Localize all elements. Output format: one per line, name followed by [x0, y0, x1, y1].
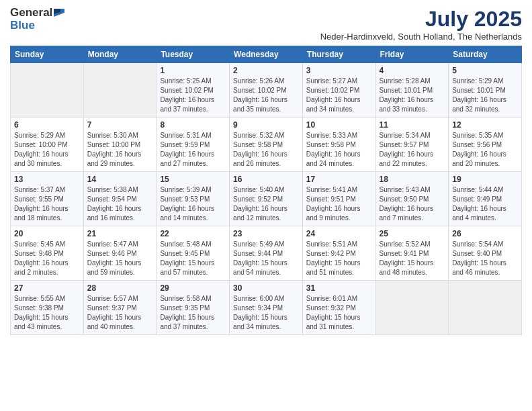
- daylight-text: Daylight: 15 hours and 34 minutes.: [233, 313, 299, 332]
- day-info: Sunrise: 5:29 AMSunset: 10:00 PMDaylight…: [14, 131, 80, 169]
- table-row: 27Sunrise: 5:55 AMSunset: 9:38 PMDayligh…: [11, 281, 84, 335]
- day-number: 21: [87, 229, 153, 238]
- table-row: 2Sunrise: 5:26 AMSunset: 10:02 PMDayligh…: [230, 63, 303, 118]
- table-row: 14Sunrise: 5:38 AMSunset: 9:54 PMDayligh…: [83, 172, 157, 226]
- daylight-text: Daylight: 15 hours and 51 minutes.: [306, 259, 372, 277]
- daylight-text: Daylight: 16 hours and 29 minutes.: [87, 150, 153, 169]
- table-row: 28Sunrise: 5:57 AMSunset: 9:37 PMDayligh…: [83, 281, 157, 335]
- table-row: 4Sunrise: 5:28 AMSunset: 10:01 PMDayligh…: [375, 63, 449, 118]
- table-row: 12Sunrise: 5:35 AMSunset: 9:56 PMDayligh…: [449, 118, 522, 172]
- daylight-text: Daylight: 16 hours and 2 minutes.: [14, 259, 80, 277]
- day-info: Sunrise: 5:57 AMSunset: 9:37 PMDaylight:…: [87, 294, 153, 332]
- sunset-text: Sunset: 9:44 PM: [233, 249, 299, 259]
- sunrise-text: Sunrise: 5:39 AM: [160, 185, 226, 195]
- month-year-title: July 2025: [320, 7, 522, 32]
- day-number: 29: [160, 283, 226, 293]
- calendar-week-1: 1Sunrise: 5:25 AMSunset: 10:02 PMDayligh…: [11, 63, 522, 118]
- daylight-text: Daylight: 15 hours and 59 minutes.: [87, 259, 153, 277]
- day-number: 12: [452, 120, 518, 130]
- day-info: Sunrise: 5:39 AMSunset: 9:53 PMDaylight:…: [160, 185, 226, 223]
- table-row: 10Sunrise: 5:33 AMSunset: 9:58 PMDayligh…: [302, 118, 375, 172]
- day-info: Sunrise: 5:31 AMSunset: 9:59 PMDaylight:…: [160, 131, 226, 169]
- daylight-text: Daylight: 16 hours and 32 minutes.: [452, 95, 518, 114]
- day-number: 11: [380, 120, 445, 130]
- sunrise-text: Sunrise: 5:31 AM: [160, 131, 226, 140]
- day-number: 13: [14, 175, 80, 184]
- table-row: 9Sunrise: 5:32 AMSunset: 9:58 PMDaylight…: [230, 118, 303, 172]
- sunset-text: Sunset: 9:58 PM: [306, 140, 372, 150]
- sunrise-text: Sunrise: 5:29 AM: [14, 131, 80, 140]
- sunrise-text: Sunrise: 5:49 AM: [233, 240, 299, 249]
- daylight-text: Daylight: 16 hours and 27 minutes.: [160, 150, 226, 169]
- table-row: 19Sunrise: 5:44 AMSunset: 9:49 PMDayligh…: [449, 172, 522, 226]
- day-info: Sunrise: 5:51 AMSunset: 9:42 PMDaylight:…: [306, 240, 372, 277]
- day-info: Sunrise: 5:29 AMSunset: 10:01 PMDaylight…: [452, 77, 518, 114]
- daylight-text: Daylight: 16 hours and 37 minutes.: [160, 95, 226, 114]
- day-number: 6: [14, 120, 80, 130]
- sunrise-text: Sunrise: 5:47 AM: [87, 240, 153, 249]
- sunrise-text: Sunrise: 5:35 AM: [452, 131, 518, 140]
- table-row: 21Sunrise: 5:47 AMSunset: 9:46 PMDayligh…: [83, 226, 157, 281]
- sunrise-text: Sunrise: 5:34 AM: [380, 131, 445, 140]
- sunset-text: Sunset: 9:53 PM: [160, 195, 226, 204]
- day-info: Sunrise: 5:49 AMSunset: 9:44 PMDaylight:…: [233, 240, 299, 277]
- logo-blue: Blue: [10, 19, 35, 32]
- sunset-text: Sunset: 9:46 PM: [87, 249, 153, 259]
- calendar-week-3: 13Sunrise: 5:37 AMSunset: 9:55 PMDayligh…: [11, 172, 522, 226]
- day-info: Sunrise: 5:32 AMSunset: 9:58 PMDaylight:…: [233, 131, 299, 169]
- daylight-text: Daylight: 16 hours and 26 minutes.: [233, 150, 299, 169]
- sunset-text: Sunset: 10:02 PM: [233, 86, 299, 95]
- sunset-text: Sunset: 10:00 PM: [87, 140, 153, 150]
- day-info: Sunrise: 5:55 AMSunset: 9:38 PMDaylight:…: [14, 294, 80, 332]
- sunrise-text: Sunrise: 5:41 AM: [306, 185, 372, 195]
- sunset-text: Sunset: 10:00 PM: [14, 140, 80, 150]
- sunset-text: Sunset: 9:58 PM: [233, 140, 299, 150]
- sunset-text: Sunset: 9:34 PM: [233, 304, 299, 313]
- day-info: Sunrise: 5:38 AMSunset: 9:54 PMDaylight:…: [87, 185, 153, 223]
- sunrise-text: Sunrise: 5:26 AM: [233, 77, 299, 86]
- day-info: Sunrise: 5:54 AMSunset: 9:40 PMDaylight:…: [452, 240, 518, 277]
- day-number: 8: [160, 120, 226, 130]
- day-info: Sunrise: 5:47 AMSunset: 9:46 PMDaylight:…: [87, 240, 153, 277]
- sunrise-text: Sunrise: 5:30 AM: [87, 131, 153, 140]
- table-row: 23Sunrise: 5:49 AMSunset: 9:44 PMDayligh…: [230, 226, 303, 281]
- table-row: 8Sunrise: 5:31 AMSunset: 9:59 PMDaylight…: [157, 118, 230, 172]
- sunset-text: Sunset: 10:01 PM: [380, 86, 445, 95]
- sunrise-text: Sunrise: 5:54 AM: [452, 240, 518, 249]
- sunrise-text: Sunrise: 5:27 AM: [306, 77, 372, 86]
- sunset-text: Sunset: 10:02 PM: [160, 86, 226, 95]
- sunrise-text: Sunrise: 5:51 AM: [306, 240, 372, 249]
- calendar-week-5: 27Sunrise: 5:55 AMSunset: 9:38 PMDayligh…: [11, 281, 522, 335]
- day-info: Sunrise: 5:44 AMSunset: 9:49 PMDaylight:…: [452, 185, 518, 223]
- sunset-text: Sunset: 9:51 PM: [306, 195, 372, 204]
- sunset-text: Sunset: 9:59 PM: [160, 140, 226, 150]
- sunrise-text: Sunrise: 5:45 AM: [14, 240, 80, 249]
- daylight-text: Daylight: 16 hours and 34 minutes.: [306, 95, 372, 114]
- table-row: 25Sunrise: 5:52 AMSunset: 9:41 PMDayligh…: [375, 226, 449, 281]
- table-row: 7Sunrise: 5:30 AMSunset: 10:00 PMDayligh…: [83, 118, 157, 172]
- sunrise-text: Sunrise: 5:43 AM: [380, 185, 445, 195]
- table-row: 20Sunrise: 5:45 AMSunset: 9:48 PMDayligh…: [11, 226, 84, 281]
- table-row: 3Sunrise: 5:27 AMSunset: 10:02 PMDayligh…: [302, 63, 375, 118]
- col-saturday: Saturday: [449, 46, 522, 63]
- day-info: Sunrise: 5:41 AMSunset: 9:51 PMDaylight:…: [306, 185, 372, 223]
- col-sunday: Sunday: [11, 46, 84, 63]
- table-row: 15Sunrise: 5:39 AMSunset: 9:53 PMDayligh…: [157, 172, 230, 226]
- daylight-text: Daylight: 15 hours and 54 minutes.: [233, 259, 299, 277]
- daylight-text: Daylight: 16 hours and 7 minutes.: [380, 204, 445, 223]
- sunrise-text: Sunrise: 5:28 AM: [380, 77, 445, 86]
- day-number: 5: [452, 66, 518, 75]
- day-info: Sunrise: 6:01 AMSunset: 9:32 PMDaylight:…: [306, 294, 372, 332]
- sunset-text: Sunset: 9:48 PM: [14, 249, 80, 259]
- daylight-text: Daylight: 16 hours and 4 minutes.: [452, 204, 518, 223]
- daylight-text: Daylight: 16 hours and 35 minutes.: [233, 95, 299, 114]
- day-info: Sunrise: 5:28 AMSunset: 10:01 PMDaylight…: [380, 77, 445, 114]
- logo: General Blue: [10, 7, 64, 32]
- day-number: 20: [14, 229, 80, 238]
- table-row: 6Sunrise: 5:29 AMSunset: 10:00 PMDayligh…: [11, 118, 84, 172]
- daylight-text: Daylight: 16 hours and 22 minutes.: [380, 150, 445, 169]
- day-number: 31: [306, 283, 372, 293]
- day-info: Sunrise: 5:27 AMSunset: 10:02 PMDaylight…: [306, 77, 372, 114]
- daylight-text: Daylight: 16 hours and 14 minutes.: [160, 204, 226, 223]
- day-info: Sunrise: 5:30 AMSunset: 10:00 PMDaylight…: [87, 131, 153, 169]
